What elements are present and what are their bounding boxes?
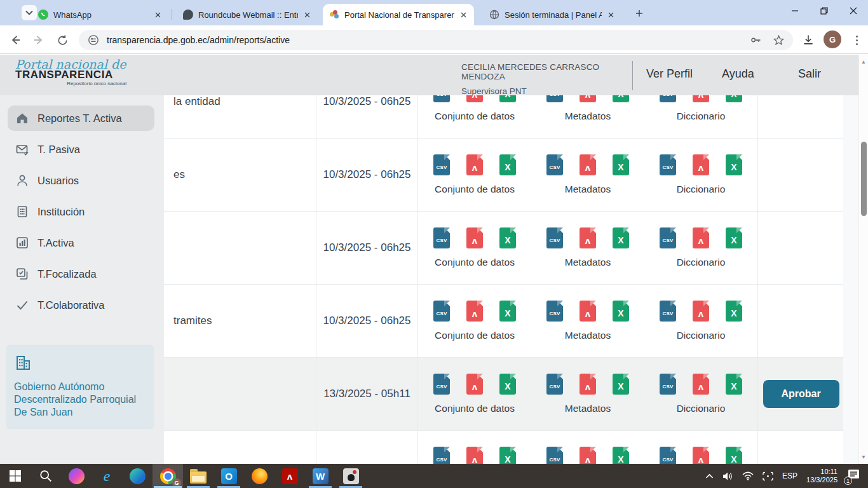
xls-file-icon[interactable] (726, 95, 742, 102)
csv-file-icon[interactable] (433, 95, 450, 102)
sidebar-item-t-focalizada[interactable]: T.Focalizada (8, 261, 154, 287)
link-salir[interactable]: Salir (798, 67, 821, 81)
tab-close-button[interactable] (606, 10, 616, 20)
csv-file-icon[interactable] (546, 374, 563, 395)
csv-file-icon[interactable] (433, 154, 450, 175)
pdf-file-icon[interactable] (693, 95, 709, 102)
scrollbar-thumb[interactable] (861, 142, 867, 216)
tab-portal-transparencia[interactable]: Portal Nacional de Transparenc (323, 4, 474, 25)
forward-button[interactable] (30, 31, 48, 49)
snip-tool-button[interactable] (763, 471, 773, 481)
xls-file-icon[interactable] (499, 374, 516, 395)
csv-file-icon[interactable] (433, 447, 450, 464)
csv-file-icon[interactable] (433, 374, 450, 395)
csv-file-icon[interactable] (546, 447, 563, 464)
sidebar-item-institucion[interactable]: Institución (8, 199, 154, 224)
csv-file-icon[interactable] (660, 227, 676, 248)
xls-file-icon[interactable] (613, 95, 629, 102)
sidebar-item-usuarios[interactable]: Usuarios (8, 168, 154, 193)
address-bar[interactable]: transparencia.dpe.gob.ec/admin/reports/a… (79, 30, 793, 50)
xls-file-icon[interactable] (726, 374, 742, 395)
link-ver-perfil[interactable]: Ver Perfil (646, 67, 693, 81)
csv-file-icon[interactable] (660, 95, 676, 102)
window-restore-button[interactable] (810, 0, 839, 22)
notification-center-button[interactable]: 1 (846, 468, 862, 484)
window-close-button[interactable] (839, 0, 868, 22)
pdf-file-icon[interactable] (693, 154, 709, 175)
tab-close-button[interactable] (302, 10, 313, 20)
xls-file-icon[interactable] (613, 301, 629, 322)
window-minimize-button[interactable] (780, 0, 810, 22)
tray-expand-button[interactable] (705, 473, 714, 479)
xls-file-icon[interactable] (613, 447, 629, 464)
csv-file-icon[interactable] (546, 95, 563, 102)
pdf-file-icon[interactable] (580, 447, 596, 464)
xls-file-icon[interactable] (613, 374, 629, 395)
reload-button[interactable] (53, 31, 71, 49)
csv-file-icon[interactable] (660, 301, 676, 322)
page-scrollbar[interactable]: ▲ ▼ (858, 55, 868, 464)
xls-file-icon[interactable] (499, 95, 516, 102)
tab-sesion-terminada[interactable]: Sesión terminada | Panel Admin (483, 4, 621, 25)
clock[interactable]: 10:11 13/3/2025 (806, 468, 837, 484)
back-button[interactable] (6, 31, 24, 49)
csv-file-icon[interactable] (546, 301, 563, 322)
xls-file-icon[interactable] (613, 227, 629, 248)
sidebar-item-t-pasiva[interactable]: T. Pasiva (8, 137, 154, 162)
browser-menu-button[interactable] (852, 32, 861, 48)
language-indicator[interactable]: ESP (782, 471, 797, 480)
word-button[interactable] (305, 464, 336, 488)
edge-button[interactable] (122, 464, 153, 488)
new-tab-button[interactable] (632, 6, 647, 21)
pdf-file-icon[interactable] (693, 447, 709, 464)
pdf-file-icon[interactable] (580, 95, 596, 102)
pdf-file-icon[interactable] (580, 301, 596, 322)
java-app-button[interactable] (336, 464, 366, 488)
xls-file-icon[interactable] (726, 447, 742, 464)
pdf-file-icon[interactable] (466, 227, 483, 248)
xls-file-icon[interactable] (613, 154, 629, 175)
tab-close-button[interactable] (153, 10, 163, 20)
xls-file-icon[interactable] (499, 301, 516, 322)
tab-close-button[interactable] (458, 10, 469, 20)
csv-file-icon[interactable] (660, 447, 676, 464)
volume-button[interactable] (722, 471, 733, 481)
downloads-button[interactable] (799, 31, 817, 49)
xls-file-icon[interactable] (499, 227, 516, 248)
csv-file-icon[interactable] (433, 301, 450, 322)
tab-whatsapp[interactable]: WhatsApp (32, 4, 168, 25)
csv-file-icon[interactable] (433, 227, 450, 248)
sidebar-item-t-activa[interactable]: T.Activa (8, 230, 154, 255)
passwords-key-icon[interactable] (749, 33, 763, 47)
tab-roundcube[interactable]: Roundcube Webmail :: Entrada (177, 4, 318, 25)
acrobat-button[interactable] (275, 464, 305, 488)
pdf-file-icon[interactable] (580, 374, 596, 395)
scroll-down-arrow[interactable]: ▼ (859, 452, 868, 461)
csv-file-icon[interactable] (546, 154, 563, 175)
copilot-button[interactable] (61, 464, 92, 488)
csv-file-icon[interactable] (546, 227, 563, 248)
pdf-file-icon[interactable] (693, 374, 709, 395)
pdf-file-icon[interactable] (580, 154, 596, 175)
xls-file-icon[interactable] (499, 447, 516, 464)
pdf-file-icon[interactable] (693, 227, 709, 248)
scroll-up-arrow[interactable]: ▲ (859, 57, 868, 66)
chrome-button-active[interactable]: G (153, 464, 183, 488)
pdf-file-icon[interactable] (693, 301, 709, 322)
file-explorer-button[interactable] (183, 464, 214, 488)
approve-button[interactable]: Aprobar (763, 380, 839, 408)
sidebar-item-t-colaborativa[interactable]: T.Colaborativa (8, 292, 154, 318)
xls-file-icon[interactable] (499, 154, 516, 175)
pdf-file-icon[interactable] (466, 95, 483, 102)
xls-file-icon[interactable] (726, 301, 742, 322)
network-button[interactable] (742, 471, 754, 480)
csv-file-icon[interactable] (660, 154, 676, 175)
site-info-icon[interactable] (86, 33, 100, 47)
pdf-file-icon[interactable] (466, 374, 483, 395)
sidebar-item-reportes-t-activa[interactable]: Reportes T. Activa (8, 105, 154, 131)
xls-file-icon[interactable] (726, 227, 742, 248)
pdf-file-icon[interactable] (466, 301, 483, 322)
xls-file-icon[interactable] (726, 154, 742, 175)
browser-profile-avatar[interactable]: G (824, 30, 841, 48)
bookmark-star-icon[interactable] (771, 33, 785, 47)
